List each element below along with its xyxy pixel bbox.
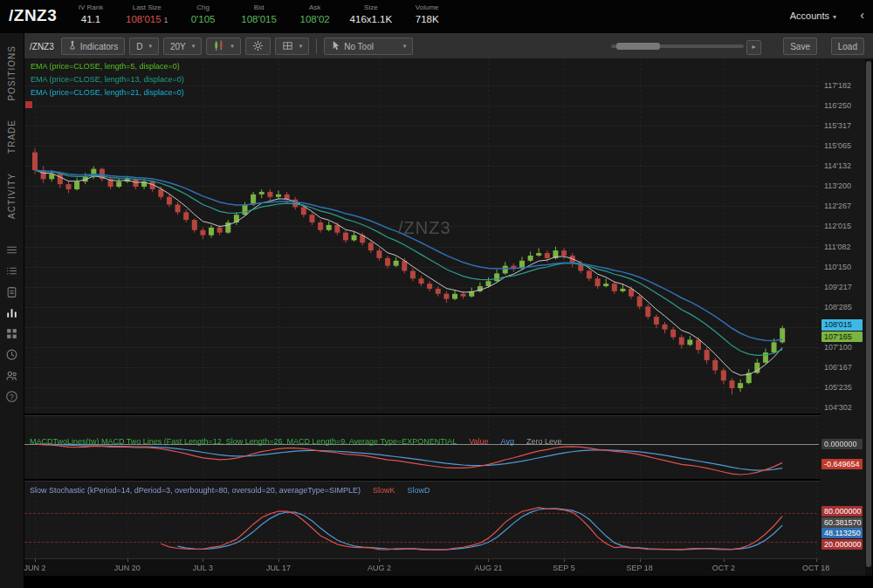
time-axis-tick: [278, 559, 279, 562]
stat-ask: Ask108'02: [294, 3, 336, 24]
stat-label: Last Size: [126, 3, 168, 11]
chart-symbol-chip[interactable]: /ZNZ3: [30, 42, 54, 51]
time-axis-label: AUG 21: [469, 564, 507, 572]
header: /ZNZ3 IV Rank41.1Last Size108'0151Chg0'1…: [0, 0, 873, 33]
indicators-button[interactable]: Indicators: [61, 38, 125, 55]
layout-grid-icon: [282, 40, 293, 53]
vertical-scrollbar[interactable]: [865, 59, 872, 576]
trading-platform: /ZNZ3 IV Rank41.1Last Size108'0151Chg0'1…: [0, 0, 873, 588]
time-axis-label: JUN 20: [108, 564, 147, 572]
price-axis-label: 114'132: [824, 161, 851, 170]
load-label: Load: [838, 42, 857, 51]
price-axis-label: 112'015: [824, 222, 851, 230]
legend-slowd: SlowD: [408, 486, 430, 495]
chart-canvas[interactable]: [24, 59, 821, 576]
chevron-down-icon: ▾: [230, 43, 234, 50]
legend-avg: Avg: [501, 437, 514, 446]
slider-thumb[interactable]: [616, 43, 660, 50]
close-price-tag: 107'165: [821, 332, 863, 342]
price-axis-label: 112'267: [824, 202, 851, 210]
stochastic-value-tag: 80.000000: [821, 506, 863, 516]
history-clock-icon[interactable]: [5, 348, 19, 362]
collapse-panel-chevron-icon[interactable]: ‹: [860, 8, 864, 22]
time-axis-label: JUL 3: [183, 564, 222, 572]
drawing-tool-dropdown[interactable]: No Tool ▾: [324, 38, 413, 55]
chart-icon[interactable]: [5, 306, 19, 320]
stat-value: 416x1.1K: [350, 14, 393, 24]
chevron-down-icon: ▾: [148, 43, 152, 50]
save-label: Save: [790, 42, 810, 51]
time-axis-tick: [127, 559, 128, 562]
sidebar-icons: ?: [5, 243, 19, 404]
time-axis-label: JUL 17: [259, 564, 298, 572]
stochastic-label-text: Slow Stochastic (kPeriod=14, dPeriod=3, …: [30, 486, 361, 495]
sidebar-tab-positions[interactable]: POSITIONS: [7, 45, 17, 100]
stat-value: 718K: [406, 14, 448, 24]
menu-rows-icon[interactable]: [5, 243, 19, 257]
price-axis: 117'182116'250115'317115'065114'132113'2…: [821, 59, 865, 576]
chevron-down-icon: ▾: [299, 43, 303, 50]
load-button[interactable]: Load: [831, 38, 864, 55]
stat-iv-rank: IV Rank41.1: [70, 3, 112, 24]
chart-zoom-slider[interactable]: [611, 44, 744, 48]
scroll-right-button[interactable]: ▸: [746, 40, 761, 55]
scrollbar-thumb[interactable]: [866, 61, 871, 567]
cursor-icon: [331, 40, 340, 52]
time-axis-tick: [564, 559, 565, 562]
stat-label: Volume: [406, 3, 448, 11]
stat-last-size: Last Size108'0151: [126, 3, 168, 24]
stat-label: Chg: [182, 3, 224, 11]
time-axis-label: OCT 18: [797, 564, 835, 572]
time-axis-tick: [816, 559, 817, 562]
time-axis-tick: [640, 559, 641, 562]
macd-zero-tag: 0.000000: [821, 439, 863, 449]
time-axis-tick: [203, 559, 203, 562]
chart-toolbar: /ZNZ3 Indicators D▾ 20Y▾ ▾ ▾: [24, 33, 873, 59]
orders-clipboard-icon[interactable]: [5, 285, 19, 299]
candlestick-icon: [213, 40, 224, 53]
toolbar-divider: [316, 38, 317, 54]
price-axis-label: 107'100: [824, 343, 852, 352]
sidebar: POSITIONSTRADEACTIVITY ?: [0, 33, 24, 588]
followers-users-icon[interactable]: [5, 369, 19, 383]
stat-label: Bid: [238, 3, 280, 11]
price-axis-label: 115'065: [824, 141, 851, 150]
price-axis-label: 105'235: [824, 383, 852, 392]
price-axis-label: 116'250: [824, 101, 851, 110]
sidebar-tab-activity[interactable]: ACTIVITY: [7, 173, 17, 219]
chevron-down-icon: ▾: [403, 43, 407, 50]
chevron-down-icon: ▾: [192, 43, 196, 50]
legend-zero-leve: Zero Leve: [526, 437, 562, 446]
price-axis-label: 109'217: [824, 283, 852, 291]
time-axis-label: JUN 2: [16, 564, 54, 572]
sidebar-tab-trade[interactable]: TRADE: [7, 120, 17, 154]
stat-value: 41.1: [70, 14, 112, 24]
ema-study-label-1: EMA (price=CLOSE, length=5, displace=0): [31, 62, 180, 71]
symbol-title: /ZNZ3: [9, 6, 57, 25]
time-axis-label: SEP 5: [545, 564, 583, 572]
help-icon[interactable]: ?: [5, 390, 19, 404]
stochastic-study-label: Slow Stochastic (kPeriod=14, dPeriod=3, …: [30, 486, 443, 495]
macd-value-tag: -0.649654: [821, 459, 863, 469]
chevron-down-icon: ▾: [833, 13, 836, 21]
watchlist-icon[interactable]: [5, 264, 19, 278]
accounts-dropdown[interactable]: Accounts▾: [790, 10, 836, 21]
price-axis-label: 110'150: [824, 263, 851, 271]
time-axis-label: OCT 2: [705, 564, 743, 572]
alert-marker: [25, 101, 32, 108]
save-button[interactable]: Save: [783, 38, 817, 55]
range-dropdown[interactable]: 20Y▾: [163, 38, 202, 55]
stat-suffix: 1: [164, 16, 168, 24]
stat-bid: Bid108'015: [238, 3, 280, 24]
apps-grid-icon[interactable]: [5, 327, 19, 341]
macd-study-label: MACDTwoLines(tw) MACD Two Lines (Fast Le…: [30, 437, 574, 446]
macd-label-text: MACDTwoLines(tw) MACD Two Lines (Fast Le…: [30, 437, 457, 446]
price-axis-label: 117'182: [824, 81, 851, 90]
price-axis-label: 104'302: [824, 403, 852, 412]
time-axis-label: AUG 2: [360, 564, 398, 572]
timeframe-dropdown[interactable]: D▾: [129, 38, 159, 55]
chart-settings-button[interactable]: [245, 38, 271, 55]
stat-chg: Chg0'105: [182, 3, 224, 24]
chart-type-dropdown[interactable]: ▾: [206, 38, 241, 55]
layout-dropdown[interactable]: ▾: [275, 38, 310, 55]
